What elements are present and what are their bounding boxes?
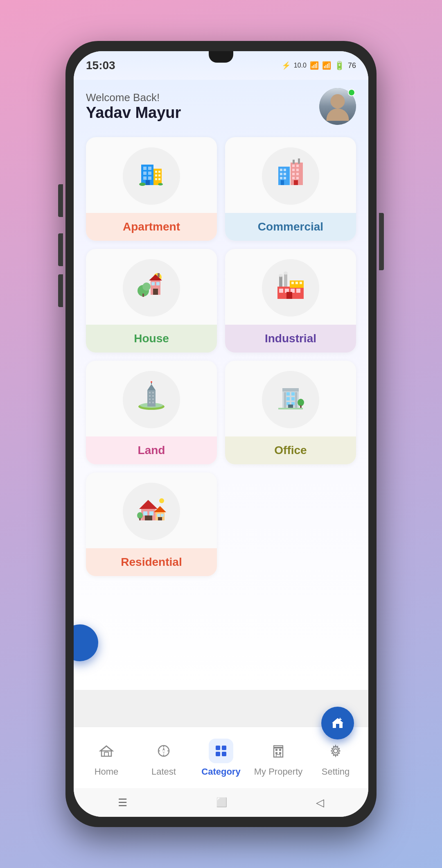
svg-rect-66 (149, 395, 151, 397)
svg-rect-110 (104, 752, 108, 756)
svg-rect-79 (286, 392, 290, 396)
nav-home[interactable]: Home (78, 739, 135, 777)
latest-nav-icon (151, 739, 176, 763)
svg-point-74 (151, 381, 152, 383)
nav-latest[interactable]: Latest (135, 739, 192, 777)
svg-rect-104 (336, 724, 339, 728)
header: Welcome Back! Yadav Mayur (86, 88, 356, 125)
svg-rect-44 (151, 282, 155, 285)
svg-rect-76 (282, 388, 299, 391)
bluetooth-icon: ⚡ (282, 61, 291, 70)
status-bar: 15:03 ⚡ 10.0 📶 📶 🔋 76 (74, 51, 368, 80)
category-card-industrial[interactable]: Industrial (225, 249, 356, 353)
data-speed-icon: 10.0 (294, 62, 307, 69)
my-property-nav-icon (266, 739, 291, 763)
svg-rect-68 (149, 398, 151, 400)
svg-marker-90 (139, 500, 158, 509)
svg-rect-71 (152, 402, 154, 403)
svg-rect-13 (155, 178, 157, 180)
gear-icon (328, 743, 343, 759)
svg-rect-125 (279, 749, 281, 751)
setting-nav-icon (323, 739, 348, 763)
svg-marker-113 (162, 751, 165, 755)
category-card-office[interactable]: Office (225, 361, 356, 464)
svg-rect-48 (284, 274, 287, 289)
wifi-icon: 📶 (310, 61, 319, 70)
svg-rect-10 (158, 171, 160, 173)
app-content: Welcome Back! Yadav Mayur (74, 80, 368, 690)
welcome-text: Welcome Back! (86, 91, 181, 104)
home-icon (99, 743, 114, 759)
industrial-icon (274, 268, 307, 307)
svg-rect-28 (292, 169, 295, 171)
svg-rect-27 (296, 165, 299, 167)
status-icons: ⚡ 10.0 📶 📶 🔋 76 (282, 61, 356, 70)
svg-rect-4 (148, 172, 151, 175)
svg-rect-67 (152, 395, 154, 397)
online-indicator (348, 89, 355, 96)
svg-rect-88 (278, 408, 303, 409)
compass-icon (156, 743, 171, 759)
svg-rect-127 (279, 752, 281, 754)
svg-rect-18 (280, 169, 282, 171)
android-home-btn[interactable]: ⬜ (216, 797, 227, 808)
add-property-fab-btn[interactable] (321, 707, 354, 739)
svg-rect-24 (281, 180, 284, 185)
office-label: Office (225, 436, 356, 464)
svg-marker-95 (154, 506, 166, 512)
svg-marker-112 (162, 747, 165, 751)
svg-rect-46 (158, 273, 160, 277)
svg-rect-22 (280, 177, 282, 179)
apartment-label: Apartment (86, 213, 217, 241)
battery-icon: 🔋 (334, 61, 345, 70)
svg-rect-33 (296, 177, 299, 179)
latest-nav-label: Latest (151, 766, 176, 777)
svg-rect-2 (148, 167, 151, 170)
nav-my-property[interactable]: My Property (250, 739, 307, 777)
svg-rect-105 (337, 721, 338, 723)
avatar-container[interactable] (319, 88, 356, 125)
nav-setting[interactable]: Setting (307, 739, 364, 777)
signal-icon: 📶 (322, 61, 331, 70)
svg-rect-69 (152, 398, 154, 400)
category-card-house[interactable]: House (86, 249, 217, 353)
residential-icon (135, 492, 168, 531)
home-nav-label: Home (95, 766, 119, 777)
svg-point-15 (139, 183, 146, 186)
svg-rect-120 (216, 752, 220, 756)
status-time: 15:03 (86, 59, 115, 72)
svg-rect-21 (284, 173, 286, 175)
land-label: Land (86, 436, 217, 464)
svg-rect-119 (222, 746, 226, 750)
svg-rect-64 (149, 392, 151, 393)
house-icon (135, 268, 168, 307)
residential-label: Residential (86, 548, 217, 576)
category-card-apartment[interactable]: Apartment (86, 137, 217, 241)
svg-rect-20 (280, 173, 282, 175)
svg-rect-93 (145, 515, 152, 520)
svg-rect-91 (143, 511, 147, 515)
nav-category[interactable]: Category (192, 739, 250, 777)
svg-rect-107 (340, 718, 341, 721)
svg-rect-12 (158, 174, 160, 176)
svg-rect-121 (222, 752, 226, 756)
commercial-label: Commercial (225, 213, 356, 241)
category-card-commercial[interactable]: Commercial (225, 137, 356, 241)
land-icon-circle (123, 371, 180, 428)
android-back-btn[interactable]: ◁ (316, 796, 324, 809)
grid-icon (213, 743, 229, 759)
svg-rect-5 (143, 176, 147, 180)
home-nav-icon (94, 739, 119, 763)
commercial-icon-circle (262, 147, 319, 205)
office-icon (274, 380, 307, 419)
android-menu-btn[interactable]: ☰ (118, 796, 127, 809)
category-card-residential[interactable]: Residential (86, 472, 217, 576)
svg-rect-35 (293, 160, 295, 164)
svg-rect-122 (274, 747, 283, 757)
category-card-land[interactable]: Land (86, 361, 217, 464)
svg-point-86 (298, 399, 304, 406)
svg-rect-55 (296, 289, 300, 293)
svg-rect-65 (152, 392, 154, 393)
add-home-icon (330, 716, 345, 730)
office-icon-circle (262, 371, 319, 428)
